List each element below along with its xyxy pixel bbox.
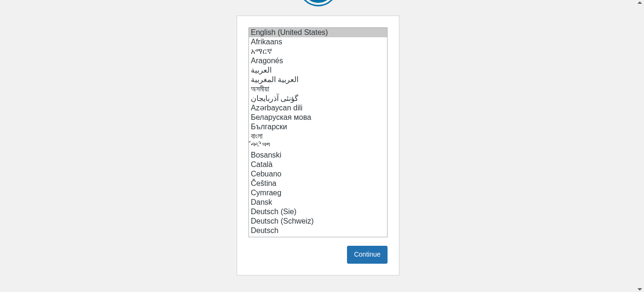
language-option[interactable]: Aragonés bbox=[249, 56, 387, 66]
language-option[interactable]: Deutsch bbox=[249, 226, 387, 235]
language-option[interactable]: Беларуская мова bbox=[249, 113, 387, 122]
language-option[interactable]: বাংলা bbox=[249, 132, 387, 141]
language-option[interactable]: Čeština bbox=[249, 179, 387, 188]
button-row: Continue bbox=[248, 246, 388, 264]
language-option[interactable]: অসমীয়া bbox=[249, 84, 387, 94]
language-option[interactable]: Deutsch (Sie) bbox=[249, 207, 387, 217]
language-option[interactable]: Cymraeg bbox=[249, 188, 387, 198]
language-option[interactable]: አማርኛ bbox=[249, 47, 387, 56]
language-panel: English (United States)AfrikaansአማርኛArag… bbox=[237, 16, 399, 275]
language-option[interactable]: Català bbox=[249, 160, 387, 169]
language-option[interactable]: English (United States) bbox=[249, 28, 387, 37]
language-option[interactable]: བོད་ཡིག bbox=[249, 141, 387, 150]
language-option[interactable]: العربية المغربية bbox=[249, 75, 387, 84]
page-scroll-up-icon bbox=[637, 1, 642, 4]
language-option[interactable]: Bosanski bbox=[249, 150, 387, 160]
language-option[interactable]: Afrikaans bbox=[249, 37, 387, 47]
wordpress-logo-icon bbox=[298, 0, 338, 7]
language-option[interactable]: Dansk bbox=[249, 198, 387, 207]
language-option[interactable]: گؤنئی آذربایجان bbox=[249, 94, 387, 103]
language-option[interactable]: Deutsch (Schweiz) bbox=[249, 217, 387, 226]
language-option[interactable]: Cebuano bbox=[249, 169, 387, 179]
page-scroll-down-icon bbox=[637, 288, 642, 291]
continue-button[interactable]: Continue bbox=[347, 246, 388, 264]
page-scroll-container[interactable]: English (United States)AfrikaansአማርኛArag… bbox=[0, 0, 636, 292]
language-option[interactable]: Български bbox=[249, 122, 387, 132]
language-select[interactable]: English (United States)AfrikaansአማርኛArag… bbox=[248, 27, 388, 237]
language-option[interactable]: Azərbaycan dili bbox=[249, 103, 387, 113]
language-option[interactable]: العربية bbox=[249, 66, 387, 75]
